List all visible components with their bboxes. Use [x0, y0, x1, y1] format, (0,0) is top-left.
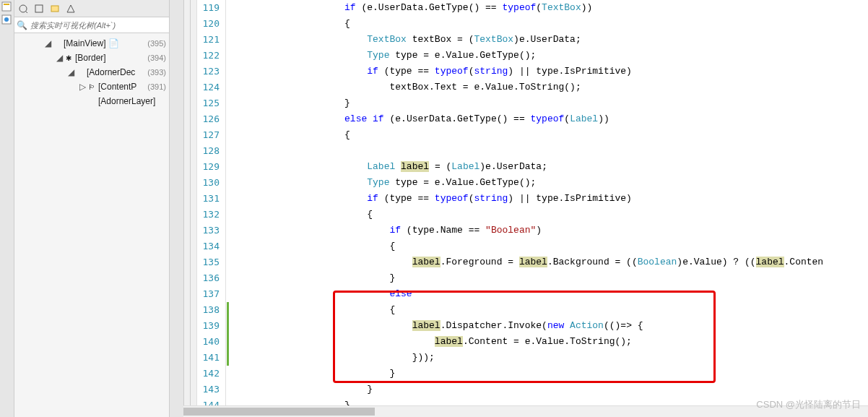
- tree-item[interactable]: ◢[AdornerDec(393): [14, 65, 169, 79]
- fold-gutter: [184, 0, 197, 417]
- svg-rect-1: [4, 4, 9, 5]
- tree-item[interactable]: ◢✱[Border](394): [14, 51, 169, 65]
- scrollbar-thumb[interactable]: [183, 408, 375, 416]
- node-count: (395): [147, 39, 166, 48]
- node-icon: 🏳: [87, 83, 97, 91]
- tree-item[interactable]: ▷🏳[ContentP(391): [14, 79, 169, 94]
- gutter-icon-1[interactable]: [1, 1, 13, 13]
- node-count: (393): [147, 68, 166, 77]
- gutter-icon-2[interactable]: [1, 14, 13, 26]
- node-icon: ✱: [64, 54, 74, 62]
- svg-point-3: [4, 17, 9, 22]
- expand-icon[interactable]: ◢: [55, 53, 64, 63]
- search-input[interactable]: [29, 20, 169, 31]
- svg-line-5: [25, 11, 27, 13]
- svg-rect-6: [35, 5, 43, 12]
- code-editor[interactable]: 119 120 121 122 123 124 125 126 127 128 …: [184, 0, 868, 417]
- search-icon: 🔍: [14, 20, 29, 30]
- toolbar-btn-4[interactable]: [64, 2, 78, 15]
- toolbar-btn-2[interactable]: [32, 2, 46, 15]
- svg-rect-0: [2, 2, 11, 11]
- code-content[interactable]: if (e.UserData.GetType() == typeof(TextB…: [230, 0, 868, 417]
- node-count: (394): [147, 53, 166, 62]
- annotation-box: [333, 291, 716, 383]
- node-label: [AdornerLayer]: [98, 96, 155, 106]
- node-label: [MainView] 📄: [64, 38, 119, 48]
- search-row: 🔍: [14, 17, 169, 33]
- visual-tree: ◢[MainView] 📄(395)◢✱[Border](394)◢[Adorn…: [14, 33, 169, 111]
- far-left-gutter: [0, 0, 14, 417]
- node-label: [Border]: [75, 53, 106, 63]
- panel-toolbar: [14, 0, 169, 17]
- node-count: (391): [147, 82, 166, 91]
- tree-item[interactable]: [AdornerLayer]: [14, 94, 169, 108]
- line-numbers: 119 120 121 122 123 124 125 126 127 128 …: [197, 0, 226, 417]
- svg-rect-7: [51, 6, 58, 12]
- expand-icon[interactable]: ◢: [43, 38, 52, 48]
- tree-item[interactable]: ◢[MainView] 📄(395): [14, 36, 169, 51]
- expand-icon[interactable]: ▷: [78, 82, 87, 92]
- expand-icon[interactable]: ◢: [66, 67, 75, 77]
- node-label: [AdornerDec: [87, 67, 135, 77]
- node-label: [ContentP: [98, 82, 136, 92]
- visual-tree-panel: 🔍 ◢[MainView] 📄(395)◢✱[Border](394)◢[Ado…: [14, 0, 170, 417]
- watermark: CSDN @光怪陆离的节日: [756, 398, 861, 411]
- toolbar-btn-1[interactable]: [16, 2, 30, 15]
- panel-splitter[interactable]: [170, 0, 184, 417]
- toolbar-btn-3[interactable]: [48, 2, 62, 15]
